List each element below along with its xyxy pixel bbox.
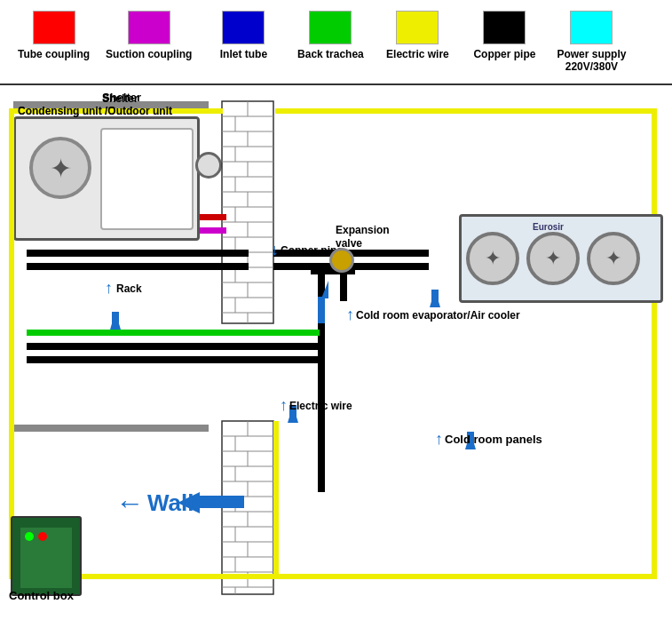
- electric-wire-label: Electric wire: [289, 400, 352, 412]
- wall-top: [222, 101, 273, 323]
- evap-fan-1: ✦: [466, 232, 519, 285]
- cold-panels-arrow-icon: ↑: [435, 430, 443, 449]
- cold-panels-label: Cold room panels: [445, 433, 542, 446]
- evap-fan-3: ✦: [587, 232, 640, 285]
- legend-item-power-supply: Power supply220V/380V: [556, 11, 627, 73]
- legend-color-tube-coupling: [33, 11, 75, 44]
- electric-wire-label-group: ↑ Electric wire: [280, 396, 352, 415]
- legend-item-copper-pipe: Copper pipe: [469, 11, 540, 60]
- legend-item-electric-wire: Electric wire: [382, 11, 453, 60]
- pipe-red-coupling: [200, 214, 226, 220]
- legend-color-power-supply: [570, 11, 613, 44]
- evaporator-unit: ✦ ✦ ✦ Eurosir: [459, 214, 663, 303]
- legend-color-suction-coupling: [128, 11, 170, 44]
- legend-color-inlet-tube: [222, 11, 265, 44]
- wire-top-right: [275, 108, 657, 114]
- legend-item-suction-coupling: Suction coupling: [106, 11, 192, 60]
- floor-pipe2: [27, 356, 320, 363]
- shelter-label: Shelter: [102, 92, 138, 105]
- brick-walls-svg: [0, 85, 672, 609]
- legend-label-suction-coupling: Suction coupling: [106, 48, 192, 60]
- expansion-valve-label: Expansionvalve: [336, 224, 390, 250]
- wire-left: [9, 108, 14, 579]
- legend-label-electric-wire: Electric wire: [386, 48, 449, 60]
- wire-right: [652, 108, 657, 579]
- control-box-label: Control box: [9, 589, 74, 602]
- copper-arrow-icon: ↓: [271, 241, 279, 259]
- evap-fan-2: ✦: [526, 232, 580, 285]
- floor-pipe: [27, 343, 320, 350]
- cold-panels-label-group: ↑ Cold room panels: [435, 430, 542, 449]
- svg-rect-59: [200, 496, 244, 508]
- control-panel: [20, 527, 73, 589]
- expansion-valve-visual: [329, 248, 354, 273]
- rack-label: Rack: [116, 282, 142, 295]
- diagram: Shelter Condensing unit /Outdoor unit ✦: [0, 85, 672, 609]
- legend-item-inlet-tube: Inlet tube: [208, 11, 279, 60]
- cold-room-label-group: ↑ Cold room evaporator/Air cooler: [346, 306, 520, 324]
- cold-room-label: Cold room evaporator/Air cooler: [356, 309, 520, 322]
- control-box-label-group: Control box: [9, 589, 74, 602]
- legend: Tube coupling Suction coupling Inlet tub…: [0, 0, 672, 85]
- indicator-red: [38, 532, 47, 541]
- pipe-purple-coupling: [200, 227, 226, 234]
- cold-room-arrow-icon: ↑: [346, 306, 354, 324]
- electric-arrow-icon: ↑: [280, 396, 288, 415]
- evap-brand: Eurosir: [533, 222, 564, 232]
- green-pipe: [27, 330, 320, 336]
- condensing-unit-label: Condensing unit /Outdoor unit: [18, 105, 172, 117]
- wall-label: Wall: [147, 489, 194, 517]
- legend-label-back-trachea: Back trachea: [297, 48, 364, 60]
- legend-color-electric-wire: [396, 11, 439, 44]
- black-pipe-wall-pass: [318, 421, 325, 492]
- black-pipe-top: [27, 250, 249, 257]
- wall-arrow-icon: ←: [115, 487, 144, 520]
- indicator-green: [25, 532, 34, 541]
- legend-label-power-supply: Power supply220V/380V: [557, 48, 626, 73]
- black-pipe-bottom: [27, 263, 249, 270]
- svg-rect-56: [431, 290, 439, 307]
- control-box: [11, 516, 82, 596]
- rack-arrow-icon: ↑: [105, 279, 113, 298]
- wire-vertical-wall: [273, 421, 279, 576]
- svg-rect-54: [318, 297, 325, 323]
- legend-label-tube-coupling: Tube coupling: [18, 48, 90, 60]
- svg-rect-55: [112, 312, 119, 330]
- wall-label-group: ← Wall: [115, 487, 194, 520]
- legend-color-back-trachea: [309, 11, 352, 44]
- legend-label-copper-pipe: Copper pipe: [473, 48, 535, 60]
- wire-bottom: [9, 574, 657, 579]
- legend-item-tube-coupling: Tube coupling: [18, 11, 90, 60]
- legend-item-back-trachea: Back trachea: [295, 11, 366, 60]
- expansion-label-group: Expansionvalve: [336, 223, 390, 250]
- legend-color-copper-pipe: [483, 11, 526, 44]
- legend-label-inlet-tube: Inlet tube: [220, 48, 267, 60]
- rack-label-group: ↑ Rack: [105, 279, 142, 298]
